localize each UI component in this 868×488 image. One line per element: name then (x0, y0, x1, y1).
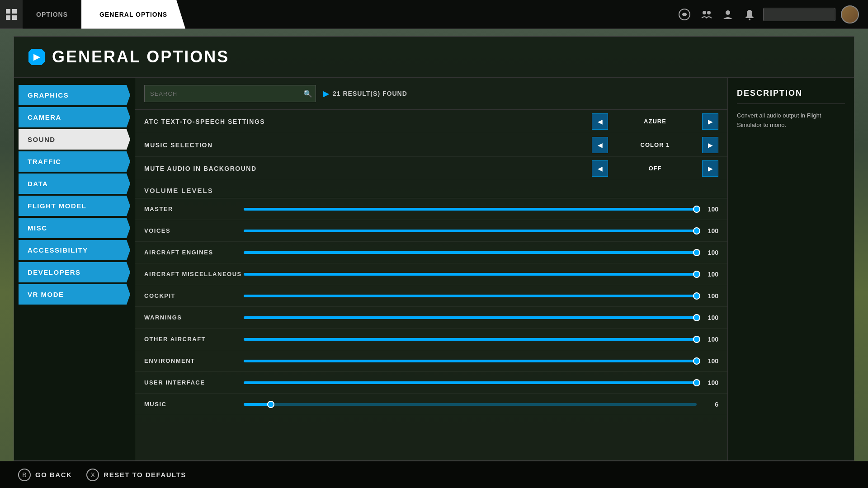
volume-label-aircraft-engines: AIRCRAFT ENGINES (144, 249, 244, 256)
option-control-atc-text-to-speech: ◀AZURE▶ (592, 113, 718, 130)
volume-slider-wrapper-music: 6 (244, 401, 718, 408)
volume-row-environment: ENVIRONMENT100 (135, 350, 727, 372)
volume-value-environment: 100 (702, 357, 718, 365)
sidebar-item-graphics[interactable]: GRAPHICS (19, 85, 130, 105)
volume-label-environment: ENVIRONMENT (144, 357, 244, 364)
volume-slider-cockpit[interactable] (244, 295, 697, 297)
volume-slider-thumb-other-aircraft[interactable] (693, 336, 700, 343)
option-right-btn-atc-text-to-speech[interactable]: ▶ (702, 113, 718, 130)
sidebar-item-misc[interactable]: MISC (19, 218, 130, 238)
volume-value-voices: 100 (702, 227, 718, 235)
volume-slider-wrapper-warnings: 100 (244, 314, 718, 321)
volume-value-master: 100 (702, 206, 718, 213)
volume-slider-thumb-master[interactable] (693, 206, 700, 213)
volume-slider-thumb-music[interactable] (267, 401, 274, 408)
volume-value-aircraft-engines: 100 (702, 249, 718, 256)
volume-value-cockpit: 100 (702, 292, 718, 300)
go-back-label: GO BACK (35, 471, 72, 479)
svg-point-6 (707, 11, 711, 14)
volume-slider-thumb-user-interface[interactable] (693, 379, 700, 386)
description-panel: DESCRIPTION Convert all audio output in … (727, 78, 854, 460)
volume-slider-thumb-voices[interactable] (693, 227, 700, 235)
volume-row-music: MUSIC6 (135, 394, 727, 415)
panel-header: ▶ GENERAL OPTIONS (14, 37, 854, 78)
option-right-btn-music-selection[interactable]: ▶ (702, 137, 718, 153)
sidebar-item-developers[interactable]: DEVELOPERS (19, 262, 130, 282)
page-title: GENERAL OPTIONS (52, 47, 229, 66)
option-row-music-selection: MUSIC SELECTION◀COLOR 1▶ (135, 133, 727, 157)
option-left-btn-atc-text-to-speech[interactable]: ◀ (592, 113, 608, 130)
volume-slider-wrapper-voices: 100 (244, 227, 718, 235)
volume-label-master: MASTER (144, 206, 244, 212)
volume-slider-voices[interactable] (244, 230, 697, 232)
search-input[interactable] (144, 85, 316, 102)
sidebar-item-data[interactable]: DATA (19, 174, 130, 194)
volume-slider-wrapper-user-interface: 100 (244, 379, 718, 386)
sidebar-item-accessibility[interactable]: ACCESSIBILITY (19, 240, 130, 260)
notifications-icon[interactable] (741, 6, 758, 23)
user-avatar[interactable] (841, 5, 859, 23)
volume-slider-thumb-warnings[interactable] (693, 314, 700, 321)
volume-slider-wrapper-aircraft-misc: 100 (244, 271, 718, 278)
go-back-button[interactable]: B GO BACK (18, 469, 72, 481)
svg-rect-3 (12, 15, 17, 20)
volume-slider-aircraft-engines[interactable] (244, 251, 697, 254)
content-area: 🔍 ▶ 21 RESULT(S) FOUND ATC TEXT-TO-SPEEC… (135, 78, 727, 460)
option-left-btn-music-selection[interactable]: ◀ (592, 137, 608, 153)
option-right-btn-mute-audio[interactable]: ▶ (702, 160, 718, 177)
volume-label-aircraft-misc: AIRCRAFT MISCELLANEOUS (144, 271, 244, 277)
volume-slider-music[interactable] (244, 403, 697, 406)
volume-slider-thumb-cockpit[interactable] (693, 292, 700, 300)
options-list: ATC TEXT-TO-SPEECH SETTINGS◀AZURE▶MUSIC … (135, 110, 727, 460)
volume-slider-thumb-aircraft-misc[interactable] (693, 271, 700, 278)
volume-row-user-interface: USER INTERFACE100 (135, 372, 727, 394)
volume-value-other-aircraft: 100 (702, 336, 718, 343)
sidebar-item-traffic[interactable]: TRAFFIC (19, 151, 130, 172)
option-value-mute-audio: OFF (608, 165, 702, 172)
svg-rect-1 (12, 9, 17, 14)
volume-row-master: MASTER100 (135, 198, 727, 220)
volume-label-cockpit: COCKPIT (144, 292, 244, 299)
volume-slider-warnings[interactable] (244, 316, 697, 319)
sidebar-item-flight-model[interactable]: FLIGHT MODEL (19, 196, 130, 216)
volume-slider-fill-music (244, 403, 271, 406)
option-left-btn-mute-audio[interactable]: ◀ (592, 160, 608, 177)
profile-icon[interactable] (720, 6, 736, 23)
volume-slider-aircraft-misc[interactable] (244, 273, 697, 276)
search-icon[interactable]: 🔍 (303, 89, 312, 98)
main-panel: ▶ GENERAL OPTIONS GRAPHICSCAMERASOUNDTRA… (14, 36, 854, 461)
volume-slider-fill-warnings (244, 316, 697, 319)
results-count: ▶ 21 RESULT(S) FOUND (323, 89, 407, 98)
volume-label-music: MUSIC (144, 401, 244, 408)
volume-slider-fill-master (244, 208, 697, 211)
volume-value-aircraft-misc: 100 (702, 271, 718, 278)
svg-point-8 (749, 19, 750, 20)
volume-slider-thumb-aircraft-engines[interactable] (693, 249, 700, 256)
volume-slider-fill-user-interface (244, 381, 697, 384)
sidebar-item-camera[interactable]: CAMERA (19, 107, 130, 127)
sidebar-item-sound[interactable]: SOUND (19, 129, 130, 150)
sidebar: GRAPHICSCAMERASOUNDTRAFFICDATAFLIGHT MOD… (14, 78, 135, 460)
store-icon[interactable] (676, 6, 693, 23)
friends-icon[interactable] (698, 6, 714, 23)
reset-defaults-button[interactable]: X RESET TO DEFAULTS (86, 469, 186, 481)
search-box[interactable] (763, 8, 835, 21)
volume-slider-thumb-environment[interactable] (693, 357, 700, 365)
volume-label-voices: VOICES (144, 227, 244, 234)
volume-row-other-aircraft: OTHER AIRCRAFT100 (135, 328, 727, 350)
general-options-tab[interactable]: GENERAL OPTIONS (81, 0, 185, 29)
volume-row-cockpit: COCKPIT100 (135, 285, 727, 307)
volume-slider-environment[interactable] (244, 360, 697, 362)
volume-slider-fill-other-aircraft (244, 338, 697, 341)
volume-slider-master[interactable] (244, 208, 697, 211)
description-text: Convert all audio output in Flight Simul… (737, 111, 845, 130)
results-arrow-icon: ▶ (323, 89, 329, 98)
volume-slider-user-interface[interactable] (244, 381, 697, 384)
header-icon: ▶ (28, 49, 45, 65)
option-label-atc-text-to-speech: ATC TEXT-TO-SPEECH SETTINGS (144, 118, 592, 125)
volume-slider-wrapper-environment: 100 (244, 357, 718, 365)
svg-point-7 (726, 10, 730, 15)
volume-slider-other-aircraft[interactable] (244, 338, 697, 341)
sidebar-item-vr-mode[interactable]: VR MODE (19, 284, 130, 305)
options-tab[interactable]: OPTIONS (23, 0, 81, 29)
